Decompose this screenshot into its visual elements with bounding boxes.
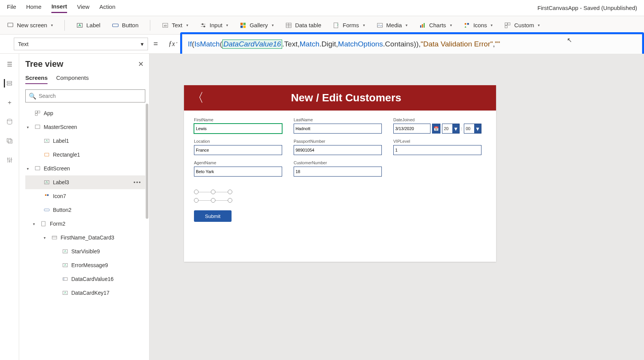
node-editscreen[interactable]: ▾EditScreen (25, 162, 145, 175)
search-icon: 🔍 (29, 92, 36, 100)
label-button[interactable]: Label (76, 22, 100, 29)
icons-menu[interactable]: Icons▾ (463, 22, 493, 29)
top-menubar: File Home Insert View Action FirstCanvas… (0, 0, 644, 16)
close-icon[interactable]: ✕ (138, 60, 144, 68)
node-app[interactable]: App (25, 106, 145, 120)
charts-menu[interactable]: Charts▾ (419, 22, 452, 29)
custnum-input[interactable] (294, 167, 382, 177)
hour-select[interactable]: 20▾ (442, 124, 460, 134)
custom-menu[interactable]: Custom▾ (504, 22, 540, 29)
tree-search[interactable]: 🔍 (25, 89, 145, 102)
menu-insert[interactable]: Insert (51, 3, 67, 13)
node-masterscreen[interactable]: ▾MasterScreen (25, 120, 145, 134)
chevron-down-icon: ▾ (491, 23, 493, 27)
calendar-icon[interactable]: 📅 (432, 124, 440, 134)
media-menu[interactable]: Media▾ (376, 22, 408, 29)
forms-menu[interactable]: Forms▾ (333, 22, 365, 29)
add-icon[interactable]: ＋ (5, 98, 14, 107)
tree-view-panel: Tree view ✕ Screens Components 🔍 App ▾Ma… (19, 54, 150, 360)
svg-rect-10 (243, 23, 246, 25)
svg-rect-44 (45, 153, 49, 156)
svg-rect-45 (35, 167, 40, 170)
equals-label: = (148, 35, 163, 53)
table-icon (285, 22, 292, 29)
chevron-down-icon: ▾ (186, 23, 188, 27)
design-canvas[interactable]: 〈 New / Edit Customers FirstName LastNam… (150, 54, 644, 360)
icon-icon (44, 193, 50, 199)
icons-icon (463, 22, 470, 29)
agent-input[interactable] (194, 167, 282, 177)
svg-rect-26 (508, 23, 510, 25)
svg-rect-11 (240, 25, 243, 28)
app-header: 〈 New / Edit Customers (184, 85, 496, 111)
custom-icon (504, 22, 511, 29)
tree-view-icon[interactable] (4, 79, 12, 88)
screen-icon (34, 165, 41, 172)
menu-home[interactable]: Home (26, 3, 41, 12)
back-icon[interactable]: 〈 (192, 89, 204, 106)
data-table-button[interactable]: Data table (285, 22, 321, 29)
hamburger-icon[interactable]: ☰ (5, 60, 14, 68)
node-button2[interactable]: Button2 (25, 203, 145, 217)
customer-form: FirstName LastName DateJoined 📅 20▾ : 00… (184, 111, 496, 183)
node-label3[interactable]: Label3••• (25, 175, 145, 189)
tab-screens[interactable]: Screens (25, 74, 48, 84)
button-button[interactable]: Button (112, 22, 138, 29)
settings-icon[interactable] (5, 156, 14, 164)
lastname-input[interactable] (294, 124, 382, 134)
svg-rect-55 (63, 278, 67, 281)
gallery-menu[interactable]: Gallery▾ (240, 22, 274, 29)
svg-rect-19 (420, 25, 421, 28)
svg-rect-49 (44, 209, 49, 211)
button-icon (112, 22, 119, 29)
scrollbar-thumb[interactable] (146, 104, 148, 219)
node-icon7[interactable]: Icon7 (25, 189, 145, 203)
fx-label[interactable]: ƒx˅ (163, 35, 182, 53)
menu-file[interactable]: File (7, 3, 16, 12)
menu-action[interactable]: Action (99, 3, 115, 12)
svg-rect-9 (240, 23, 243, 25)
node-starvisible9[interactable]: StarVisible9 (25, 244, 145, 258)
submit-button[interactable]: Submit (194, 210, 232, 222)
chevron-down-icon: ▾ (226, 23, 228, 27)
location-input[interactable] (194, 145, 282, 155)
node-label1[interactable]: Label1 (25, 134, 145, 148)
svg-rect-48 (47, 194, 49, 196)
app-icon (34, 110, 41, 116)
svg-text:ab: ab (164, 24, 167, 27)
text-menu[interactable]: ab Text▾ (162, 22, 188, 29)
minute-select[interactable]: 00▾ (464, 124, 481, 134)
vip-input[interactable] (393, 145, 481, 155)
chevron-down-icon: ▾ (450, 23, 452, 27)
more-icon[interactable]: ••• (133, 179, 141, 185)
new-screen-button[interactable]: New screen▾ (7, 22, 53, 29)
passport-input[interactable] (294, 145, 382, 155)
date-input[interactable] (393, 124, 430, 134)
svg-point-30 (7, 119, 12, 121)
label-icon (62, 248, 68, 254)
data-icon[interactable] (5, 117, 14, 126)
field-location: Location (194, 139, 282, 155)
node-errormessage9[interactable]: ErrorMessage9 (25, 258, 145, 272)
node-firstname-datacard[interactable]: ▾FirstName_DataCard3 (25, 231, 145, 244)
svg-rect-20 (422, 24, 423, 28)
app-preview: 〈 New / Edit Customers FirstName LastNam… (184, 85, 496, 262)
svg-rect-41 (35, 114, 37, 116)
node-datacardvalue16[interactable]: DataCardValue16 (25, 272, 145, 286)
tab-components[interactable]: Components (56, 74, 89, 84)
node-form2[interactable]: ▾Form2 (25, 217, 145, 231)
firstname-input[interactable] (194, 124, 282, 134)
search-input[interactable] (39, 93, 142, 99)
menu-view[interactable]: View (77, 3, 89, 12)
selection-handles[interactable] (194, 190, 232, 203)
separator (64, 20, 65, 31)
input-menu[interactable]: Input▾ (200, 22, 228, 29)
media-rail-icon[interactable] (5, 137, 14, 145)
field-agent: AgentName (194, 160, 282, 177)
node-datacardkey17[interactable]: DataCardKey17 (25, 286, 145, 300)
formula-bar[interactable]: If(IsMatch(DataCardValue16.Text, Match.D… (182, 35, 644, 54)
property-selector[interactable]: Text ▾ (14, 38, 148, 50)
node-rectangle1[interactable]: Rectangle1 (25, 148, 145, 162)
svg-rect-50 (42, 221, 45, 226)
svg-point-22 (465, 23, 467, 25)
